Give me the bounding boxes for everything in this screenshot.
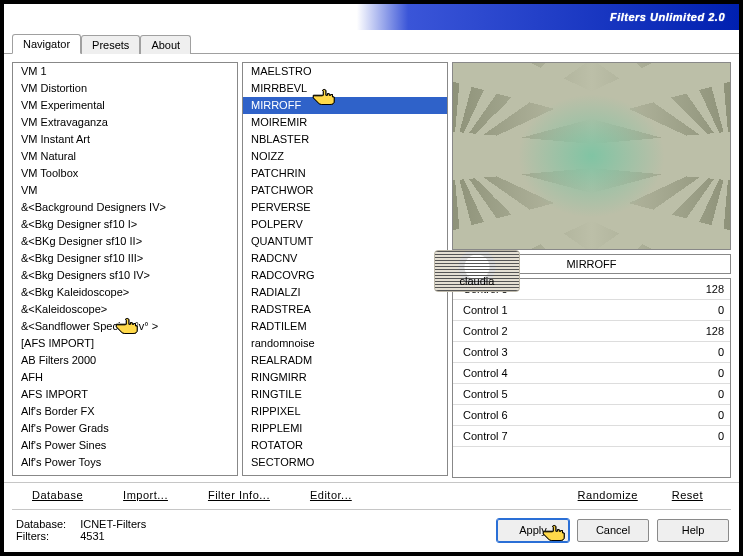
list-item[interactable]: SIERPENS [243, 471, 447, 476]
control-name: Control 4 [463, 367, 508, 379]
control-name: Control 2 [463, 325, 508, 337]
links-row: Database Import... Filter Info... Editor… [4, 482, 739, 507]
controls-panel[interactable]: Control 0128Control 10Control 2128Contro… [452, 278, 731, 478]
db-value: ICNET-Filters [80, 518, 146, 530]
category-list[interactable]: VM 1VM DistortionVM ExperimentalVM Extra… [12, 62, 238, 476]
control-row[interactable]: Control 30 [453, 342, 730, 363]
control-value: 0 [696, 346, 724, 358]
list-item[interactable]: Alf's Power Sines [13, 437, 237, 454]
main-panel: VM 1VM DistortionVM ExperimentalVM Extra… [4, 54, 739, 482]
tab-about[interactable]: About [140, 35, 191, 54]
list-item[interactable]: RADSTREA [243, 301, 447, 318]
list-item[interactable]: &<Background Designers IV> [13, 199, 237, 216]
list-item[interactable]: NBLASTER [243, 131, 447, 148]
list-item[interactable]: RADIALZI [243, 284, 447, 301]
tab-presets[interactable]: Presets [81, 35, 140, 54]
footer: Database: ICNET-Filters Filters: 4531 Ap… [4, 512, 739, 552]
list-item[interactable]: PATCHRIN [243, 165, 447, 182]
filters-value: 4531 [80, 530, 146, 542]
filters-label: Filters: [16, 530, 66, 542]
list-item[interactable]: AFS IMPORT [13, 386, 237, 403]
list-item[interactable]: VM Extravaganza [13, 114, 237, 131]
list-item[interactable]: VM Natural [13, 148, 237, 165]
control-name: Control 7 [463, 430, 508, 442]
apply-button[interactable]: Apply [497, 519, 569, 542]
control-name: Control 6 [463, 409, 508, 421]
list-item[interactable]: VM Experimental [13, 97, 237, 114]
control-name: Control 5 [463, 388, 508, 400]
control-name: Control 1 [463, 304, 508, 316]
control-value: 0 [696, 388, 724, 400]
reset-link[interactable]: Reset [672, 489, 703, 501]
list-item[interactable]: ROTATOR [243, 437, 447, 454]
list-item[interactable]: &<Bkg Designers sf10 IV> [13, 267, 237, 284]
control-name: Control 3 [463, 346, 508, 358]
title-bar: Filters Unlimited 2.0 [4, 4, 739, 30]
list-item[interactable]: VM Instant Art [13, 131, 237, 148]
status-grid: Database: ICNET-Filters Filters: 4531 [16, 518, 146, 542]
filter-list[interactable]: MAELSTROMIRRBEVLMIRROFFMOIREMIRNBLASTERN… [242, 62, 448, 476]
list-item[interactable]: [AFS IMPORT] [13, 335, 237, 352]
randomize-link[interactable]: Randomize [578, 489, 638, 501]
list-item[interactable]: NOIZZ [243, 148, 447, 165]
db-label: Database: [16, 518, 66, 530]
list-item[interactable]: MIRRBEVL [243, 80, 447, 97]
list-item[interactable]: RIPPLEMI [243, 420, 447, 437]
list-item[interactable]: VM Toolbox [13, 165, 237, 182]
import-link[interactable]: Import... [123, 489, 168, 501]
list-item[interactable]: randomnoise [243, 335, 447, 352]
list-item[interactable]: QUANTUMT [243, 233, 447, 250]
list-item[interactable]: VM Distortion [13, 80, 237, 97]
list-item[interactable]: &<Sandflower Specials°v° > [13, 318, 237, 335]
list-item[interactable]: Alf's Power Grads [13, 420, 237, 437]
list-item[interactable]: POLPERV [243, 216, 447, 233]
list-item[interactable]: RINGTILE [243, 386, 447, 403]
list-item[interactable]: RADTILEM [243, 318, 447, 335]
control-row[interactable]: Control 60 [453, 405, 730, 426]
list-item[interactable]: &<Kaleidoscope> [13, 301, 237, 318]
control-row[interactable]: Control 10 [453, 300, 730, 321]
list-item[interactable]: RIPPIXEL [243, 403, 447, 420]
list-item[interactable]: MIRROFF [243, 97, 447, 114]
list-item[interactable]: MOIREMIR [243, 114, 447, 131]
preview-image [452, 62, 731, 250]
list-item[interactable]: RADCOVRG [243, 267, 447, 284]
control-row[interactable]: Control 50 [453, 384, 730, 405]
list-item[interactable]: MAELSTRO [243, 63, 447, 80]
list-item[interactable]: Alf's Power Toys [13, 454, 237, 471]
list-item[interactable]: &<Bkg Designer sf10 III> [13, 250, 237, 267]
control-row[interactable]: Control 70 [453, 426, 730, 447]
control-row[interactable]: Control 2128 [453, 321, 730, 342]
list-item[interactable]: SECTORMO [243, 454, 447, 471]
control-value: 0 [696, 409, 724, 421]
tab-row: Navigator Presets About [4, 32, 739, 54]
editor-link[interactable]: Editor... [310, 489, 352, 501]
list-item[interactable]: REALRADM [243, 352, 447, 369]
filter-info-link[interactable]: Filter Info... [208, 489, 270, 501]
tab-navigator[interactable]: Navigator [12, 34, 81, 54]
app-title: Filters Unlimited 2.0 [610, 11, 725, 23]
control-value: 0 [696, 304, 724, 316]
control-value: 128 [696, 325, 724, 337]
list-item[interactable]: Alf's Border FX [13, 403, 237, 420]
database-link[interactable]: Database [32, 489, 83, 501]
control-value: 0 [696, 367, 724, 379]
list-item[interactable]: AFH [13, 369, 237, 386]
list-item[interactable]: VM 1 [13, 63, 237, 80]
help-button[interactable]: Help [657, 519, 729, 542]
watermark-badge: claudia [434, 250, 520, 292]
list-item[interactable]: AB Filters 2000 [13, 352, 237, 369]
list-item[interactable]: &<BKg Designer sf10 II> [13, 233, 237, 250]
control-value: 128 [696, 283, 724, 295]
list-item[interactable]: PERVERSE [243, 199, 447, 216]
separator [12, 509, 731, 510]
list-item[interactable]: RADCNV [243, 250, 447, 267]
list-item[interactable]: PATCHWOR [243, 182, 447, 199]
list-item[interactable]: VM [13, 182, 237, 199]
cancel-button[interactable]: Cancel [577, 519, 649, 542]
control-row[interactable]: Control 40 [453, 363, 730, 384]
button-row: Apply Cancel Help [497, 519, 729, 542]
list-item[interactable]: &<Bkg Designer sf10 I> [13, 216, 237, 233]
list-item[interactable]: &<Bkg Kaleidoscope> [13, 284, 237, 301]
list-item[interactable]: RINGMIRR [243, 369, 447, 386]
